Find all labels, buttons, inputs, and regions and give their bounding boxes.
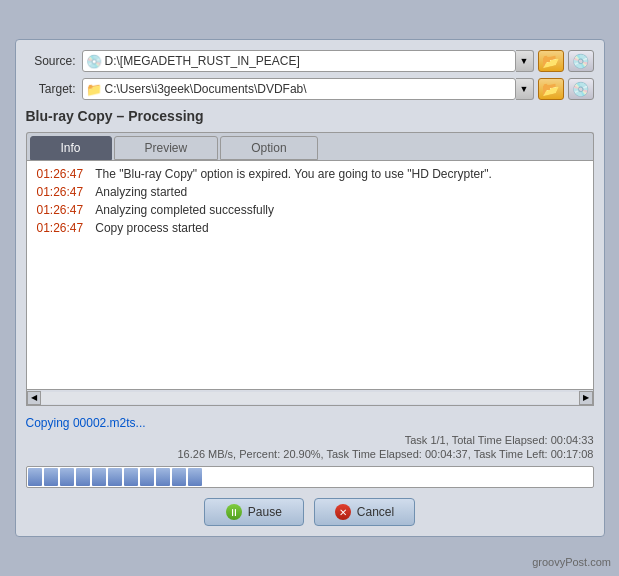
source-input-wrap: 💿 D:\[MEGADETH_RUST_IN_PEACE] (82, 50, 516, 72)
target-row: Target: 📁 C:\Users\i3geek\Documents\DVDF… (26, 78, 594, 100)
bottom-buttons: ⏸ Pause ✕ Cancel (26, 498, 594, 526)
pause-icon: ⏸ (226, 504, 242, 520)
progress-block (188, 468, 202, 486)
log-time: 01:26:47 (31, 219, 90, 237)
progress-bar (26, 466, 594, 488)
target-value: C:\Users\i3geek\Documents\DVDFab\ (105, 82, 511, 96)
cancel-label: Cancel (357, 505, 394, 519)
copying-label: Copying (26, 416, 70, 430)
source-value: D:\[MEGADETH_RUST_IN_PEACE] (105, 54, 511, 68)
progress-block (140, 468, 154, 486)
tab-info[interactable]: Info (30, 136, 112, 160)
progress-block (76, 468, 90, 486)
watermark: groovyPost.com (532, 556, 611, 568)
progress-block (108, 468, 122, 486)
log-row: 01:26:47The "Blu-ray Copy" option is exp… (31, 165, 589, 183)
pause-button[interactable]: ⏸ Pause (204, 498, 304, 526)
progress-block (28, 468, 42, 486)
scroll-left-btn[interactable]: ◀ (27, 391, 41, 405)
source-label: Source: (26, 54, 76, 68)
task-info: Task 1/1, Total Time Elapsed: 00:04:33 (26, 434, 594, 446)
progress-block (92, 468, 106, 486)
log-row: 01:26:47Analyzing started (31, 183, 589, 201)
source-folder-btn[interactable]: 📂 (538, 50, 564, 72)
main-window: Source: 💿 D:\[MEGADETH_RUST_IN_PEACE] ▼ … (15, 39, 605, 537)
target-dropdown-btn[interactable]: ▼ (516, 78, 534, 100)
progress-block (60, 468, 74, 486)
tabs-bar: Info Preview Option (26, 132, 594, 160)
section-title: Blu-ray Copy – Processing (26, 108, 594, 124)
tab-preview[interactable]: Preview (114, 136, 219, 160)
source-row: Source: 💿 D:\[MEGADETH_RUST_IN_PEACE] ▼ … (26, 50, 594, 72)
folder-icon: 📁 (87, 82, 101, 96)
cancel-icon: ✕ (335, 504, 351, 520)
progress-block (44, 468, 58, 486)
log-time: 01:26:47 (31, 165, 90, 183)
disc-icon: 💿 (87, 54, 101, 68)
log-message: Analyzing completed successfully (89, 201, 588, 219)
pause-label: Pause (248, 505, 282, 519)
copying-line: Copying 00002.m2ts... (26, 416, 594, 430)
progress-block (172, 468, 186, 486)
target-input-wrap: 📁 C:\Users\i3geek\Documents\DVDFab\ (82, 78, 516, 100)
log-message: The "Blu-ray Copy" option is expired. Yo… (89, 165, 588, 183)
progress-fill (27, 467, 203, 487)
log-message: Analyzing started (89, 183, 588, 201)
cancel-button[interactable]: ✕ Cancel (314, 498, 415, 526)
log-table: 01:26:47The "Blu-ray Copy" option is exp… (31, 165, 589, 237)
log-area: 01:26:47The "Blu-ray Copy" option is exp… (26, 160, 594, 390)
speed-info: 16.26 MB/s, Percent: 20.90%, Task Time E… (26, 448, 594, 460)
log-time: 01:26:47 (31, 183, 90, 201)
source-disc-btn[interactable]: 💿 (568, 50, 594, 72)
log-time: 01:26:47 (31, 201, 90, 219)
target-label: Target: (26, 82, 76, 96)
log-message: Copy process started (89, 219, 588, 237)
scroll-right-btn[interactable]: ▶ (579, 391, 593, 405)
target-folder-btn[interactable]: 📂 (538, 78, 564, 100)
log-row: 01:26:47Analyzing completed successfully (31, 201, 589, 219)
tab-option[interactable]: Option (220, 136, 317, 160)
copying-file: 00002.m2ts... (73, 416, 146, 430)
source-dropdown-btn[interactable]: ▼ (516, 50, 534, 72)
horizontal-scrollbar[interactable]: ◀ ▶ (26, 390, 594, 406)
progress-block (156, 468, 170, 486)
progress-block (124, 468, 138, 486)
target-disc-btn[interactable]: 💿 (568, 78, 594, 100)
log-row: 01:26:47Copy process started (31, 219, 589, 237)
status-area: Copying 00002.m2ts... Task 1/1, Total Ti… (26, 416, 594, 488)
scroll-track[interactable] (41, 392, 579, 404)
